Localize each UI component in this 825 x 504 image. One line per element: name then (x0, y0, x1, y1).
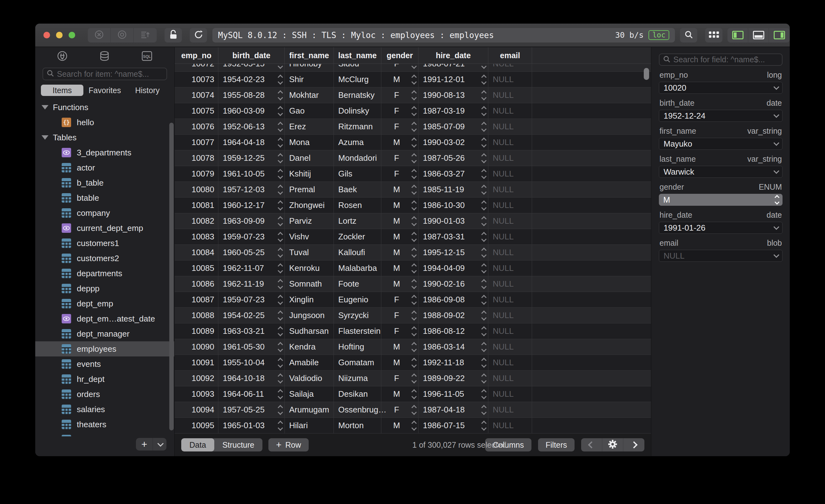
cell-gender[interactable]: F (381, 323, 419, 339)
value-stepper[interactable] (412, 122, 416, 131)
value-stepper[interactable] (279, 264, 282, 273)
cell-hire_date[interactable]: 1995-12-15 (419, 245, 488, 260)
cancel-query-button[interactable] (88, 28, 111, 43)
value-stepper[interactable] (412, 248, 416, 257)
cell-hire_date[interactable]: 1986-09-08 (419, 292, 488, 307)
sql-editor-icon[interactable]: SQL (141, 50, 153, 63)
sidebar-search-input[interactable] (57, 70, 163, 79)
value-stepper[interactable] (279, 154, 282, 162)
value-stepper[interactable] (482, 406, 486, 414)
cell-first_name[interactable]: Sailaja (285, 386, 334, 402)
value-stepper[interactable] (482, 122, 486, 131)
field-value-gender[interactable]: M (659, 194, 782, 206)
cell-hire_date[interactable]: 1990-08-13 (419, 87, 488, 103)
cell-gender[interactable]: F (381, 371, 419, 386)
value-stepper[interactable] (482, 201, 486, 210)
cell-gender[interactable]: M (381, 135, 419, 150)
cell-hire_date[interactable]: 1990-02-16 (419, 276, 488, 292)
value-stepper[interactable] (412, 232, 416, 241)
cell-hire_date[interactable]: 1986-10-30 (419, 198, 488, 213)
value-stepper[interactable] (412, 327, 416, 335)
cell-email[interactable]: NULL (488, 355, 532, 370)
cell-email[interactable]: NULL (488, 166, 532, 182)
value-stepper[interactable] (482, 154, 486, 162)
pending-changes-button[interactable] (134, 28, 157, 43)
table-row[interactable]: 100761952-06-13ErezRitzmannF1985-07-09NU… (175, 119, 651, 135)
value-stepper[interactable] (279, 232, 282, 241)
field-value-email[interactable]: NULL (659, 250, 782, 262)
minimize-window-button[interactable] (56, 32, 63, 39)
sidebar-item-actor[interactable]: actor (35, 160, 174, 175)
cell-hire_date[interactable]: 1990-03-02 (419, 135, 488, 150)
cell-gender[interactable]: M (381, 245, 419, 260)
cell-hire_date[interactable]: 1985-07-09 (419, 119, 488, 134)
value-stepper[interactable] (482, 280, 486, 288)
value-stepper[interactable] (482, 390, 486, 398)
cell-first_name[interactable]: Parviz (285, 213, 334, 229)
cell-gender[interactable]: F (381, 308, 419, 323)
cell-first_name[interactable]: Erez (285, 119, 334, 134)
cell-first_name[interactable]: Vishv (285, 229, 334, 244)
value-stepper[interactable] (279, 280, 282, 288)
lock-button[interactable] (164, 28, 182, 43)
cell-first_name[interactable]: Tuval (285, 245, 334, 260)
cell-emp_no[interactable]: 10072 (175, 64, 218, 71)
cell-email[interactable]: NULL (488, 308, 532, 323)
value-stepper[interactable] (412, 169, 416, 178)
value-stepper[interactable] (279, 185, 282, 194)
field-search-field[interactable] (659, 54, 782, 66)
cell-gender[interactable]: M (381, 355, 419, 370)
table-row[interactable]: 100811960-12-17ZhongweiRosenM1986-10-30N… (175, 198, 651, 213)
sidebar-search-field[interactable] (43, 68, 167, 80)
cell-hire_date[interactable]: 1987-03-31 (419, 229, 488, 244)
cell-birth_date[interactable]: 1959-12-25 (218, 150, 285, 166)
value-stepper[interactable] (412, 154, 416, 162)
value-stepper[interactable] (482, 421, 486, 430)
value-stepper[interactable] (482, 248, 486, 257)
toggle-left-panel-button[interactable] (728, 28, 748, 43)
cell-emp_no[interactable]: 10077 (175, 135, 218, 150)
value-stepper[interactable] (279, 421, 282, 430)
value-stepper[interactable] (482, 185, 486, 194)
cell-birth_date[interactable]: 1963-03-21 (218, 323, 285, 339)
value-stepper[interactable] (412, 138, 416, 147)
value-stepper[interactable] (482, 358, 486, 367)
connection-plug-icon[interactable] (57, 50, 68, 63)
column-header-emp_no[interactable]: emp_no (175, 47, 218, 64)
value-stepper[interactable] (412, 75, 416, 84)
cell-hire_date[interactable]: 1991-12-01 (419, 72, 488, 87)
sidebar-tab-history[interactable]: History (126, 85, 169, 96)
cell-gender[interactable]: F (381, 64, 419, 71)
sidebar-item-events[interactable]: events (35, 356, 174, 371)
cell-email[interactable]: NULL (488, 103, 532, 119)
cell-emp_no[interactable]: 10090 (175, 339, 218, 355)
close-window-button[interactable] (44, 32, 50, 39)
value-stepper[interactable] (279, 91, 282, 99)
value-stepper[interactable] (279, 390, 282, 398)
value-stepper[interactable] (279, 327, 282, 335)
cell-hire_date[interactable]: 1986-08-12 (419, 323, 488, 339)
open-items-button[interactable] (705, 28, 723, 43)
value-stepper[interactable] (482, 327, 486, 335)
cell-emp_no[interactable]: 10081 (175, 198, 218, 213)
table-row[interactable]: 100871959-07-23XinglinEugenioF1986-09-08… (175, 292, 651, 308)
cell-birth_date[interactable]: 1960-12-17 (218, 198, 285, 213)
table-row[interactable]: 100831959-07-23VishvZocklerM1987-03-31NU… (175, 229, 651, 245)
cell-emp_no[interactable]: 10085 (175, 261, 218, 276)
table-row[interactable]: 100891963-03-21SudharsanFlastersteinF198… (175, 323, 651, 339)
table-row[interactable]: 100781959-12-25DanelMondadoriF1987-05-26… (175, 150, 651, 166)
value-stepper[interactable] (279, 343, 282, 351)
cell-email[interactable]: NULL (488, 150, 532, 166)
cell-last_name[interactable]: Zockler (334, 229, 381, 244)
cell-emp_no[interactable]: 10082 (175, 213, 218, 229)
cell-gender[interactable]: M (381, 182, 419, 197)
cell-birth_date[interactable]: 1962-11-07 (218, 261, 285, 276)
value-stepper[interactable] (482, 75, 486, 84)
cell-gender[interactable]: M (381, 418, 419, 433)
cell-email[interactable]: NULL (488, 198, 532, 213)
sidebar-item-departments[interactable]: departments (35, 266, 174, 281)
cell-birth_date[interactable]: 1963-09-09 (218, 213, 285, 229)
field-value-hire_date[interactable]: 1991-01-26 (659, 222, 782, 234)
value-stepper[interactable] (412, 64, 416, 68)
disclosure-triangle-icon[interactable] (42, 135, 49, 140)
